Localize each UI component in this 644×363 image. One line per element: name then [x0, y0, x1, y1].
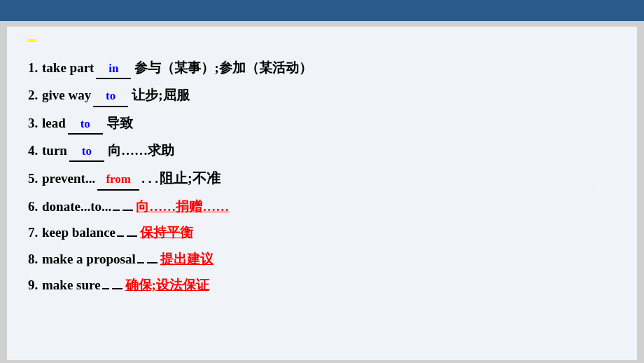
phrase-before-text: make a proposal [42, 249, 136, 269]
phrase-before-text: lead [42, 113, 66, 133]
phrase-meaning: 确保;设法保证 [125, 275, 209, 295]
phrase-before-text: take part [42, 57, 94, 78]
phrase-before-text: make sure [42, 275, 101, 295]
phrase-meaning: 向……求助 [108, 140, 174, 160]
blank-underline [137, 262, 144, 263]
phrase-number: 9. [28, 275, 41, 295]
phrase-number: 1. [28, 57, 41, 78]
phrase-before-text: turn [42, 140, 67, 160]
phrase-number: 2. [28, 85, 41, 105]
phrase-before-text: keep balance [42, 222, 115, 242]
phrase-before-text: donate...to... [42, 196, 111, 217]
fill-word: to [68, 115, 103, 135]
list-item: 7.keep balance保持平衡 [28, 222, 616, 242]
phrase-after-text: . . . [141, 168, 158, 189]
phrase-meaning: 提出建议 [160, 249, 214, 269]
list-item: 4.turn to向……求助 [28, 140, 616, 162]
section-title [28, 39, 36, 42]
blank-underline [113, 210, 120, 211]
phrase-meaning: 保持平衡 [140, 222, 193, 242]
phrase-number: 4. [28, 140, 41, 160]
list-item: 5.prevent... from . . .阻止;不准 [28, 167, 616, 190]
phrase-number: 3. [28, 113, 41, 133]
list-item: 2.give way to让步;屈服 [28, 85, 616, 107]
fill-word: in [96, 60, 131, 79]
main-content: 1.take part in参与（某事）;参加（某活动）2.give way t… [7, 27, 637, 360]
list-item: 6.donate...to...向……捐赠…… [28, 196, 616, 217]
list-item: 3.lead to导致 [28, 113, 616, 135]
list-item: 1.take part in参与（某事）;参加（某活动） [28, 57, 616, 79]
phrase-meaning: 参与（某事）;参加（某活动） [134, 57, 312, 78]
phrase-list: 1.take part in参与（某事）;参加（某活动）2.give way t… [28, 57, 616, 295]
fill-word: to [93, 87, 128, 107]
fill-word-red: from [97, 170, 139, 190]
phrase-number: 8. [28, 249, 41, 269]
phrase-meaning: 阻止;不准 [160, 167, 220, 189]
blank-underline-long [122, 210, 133, 211]
blank-underline [102, 288, 109, 289]
phrase-number: 7. [28, 222, 41, 242]
top-bar [0, 0, 644, 21]
blank-underline-long [127, 235, 137, 237]
list-item: 8.make a proposal提出建议 [28, 249, 616, 269]
fill-word: to [69, 142, 104, 162]
phrase-meaning: 让步;屈服 [132, 85, 189, 105]
blank-underline-long [112, 288, 122, 289]
blank-underline-long [147, 262, 158, 263]
phrase-meaning: 向……捐赠…… [136, 196, 229, 217]
phrase-number: 6. [28, 196, 41, 217]
phrase-before-text: give way [42, 85, 91, 105]
phrase-number: 5. [28, 168, 41, 189]
phrase-meaning: 导致 [106, 113, 133, 133]
blank-underline [117, 235, 124, 237]
list-item: 9.make sure确保;设法保证 [28, 275, 616, 295]
phrase-before-text: prevent... [42, 168, 95, 189]
